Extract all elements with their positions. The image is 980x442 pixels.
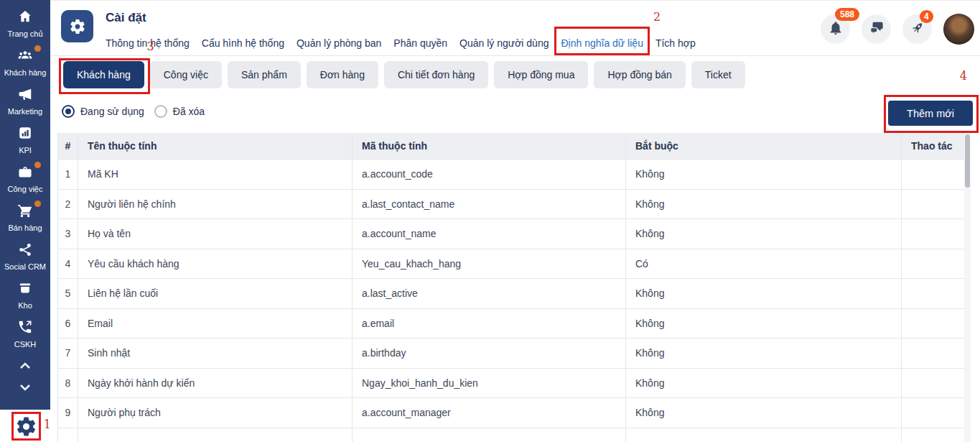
inventory-icon (17, 280, 33, 299)
subtab-khach-hang[interactable]: Khách hàng 3 (63, 61, 144, 88)
subtab-cong-viec[interactable]: Công việc (150, 61, 222, 88)
cell-code: Ngay_khoi_hanh_du_kien (353, 369, 626, 398)
add-new-button[interactable]: Thêm mới (888, 101, 973, 126)
settings-gear-button[interactable]: 1 (15, 415, 37, 438)
updates-button[interactable]: 4 (902, 14, 932, 44)
messages-button[interactable] (862, 14, 891, 44)
table-row[interactable]: 7 Sinh nhật a.birthday Không (58, 339, 964, 369)
table-row[interactable]: 9 Người phụ trách a.account_manager Khôn… (58, 398, 964, 428)
cell-code: a.email (353, 309, 626, 339)
sidebar-item-customer-care[interactable]: CSKH (0, 319, 50, 349)
subtab-san-pham[interactable]: Sản phẩm (228, 61, 301, 88)
cell-code: a.account_name (353, 219, 626, 249)
entity-subtabs: Khách hàng 3 Công việc Sản phẩm Đơn hàng… (63, 61, 745, 88)
table-row[interactable]: 2 Người liên hệ chính a.last_contact_nam… (58, 190, 964, 220)
col-header-required: Bắt buộc (626, 133, 902, 159)
cell-required: Không (626, 339, 902, 368)
cell-required: Không (626, 369, 902, 398)
sidebar-item-marketing[interactable]: Marketing (0, 86, 50, 116)
page-header: Cài đặt Thông tin hệ thống Cấu hình hệ t… (50, 0, 980, 56)
sidebar: Trang chủ Khách hàng Marketing (0, 0, 50, 410)
sidebar-item-label: KPI (19, 146, 32, 155)
cell-name: Người phụ trách (78, 398, 353, 428)
chat-icon (869, 20, 885, 39)
sidebar-item-sales[interactable]: Bán hàng (0, 203, 50, 232)
sidebar-item-home[interactable]: Trang chủ (0, 9, 50, 38)
tab-quan-ly-phong-ban[interactable]: Quản lý phòng ban (297, 37, 381, 55)
attributes-table-wrap: # Tên thuộc tính Mã thuộc tính Bắt buộc … (57, 133, 971, 442)
cell-required: Không (626, 309, 902, 339)
col-header-actions: Thao tác (902, 133, 964, 159)
table-header-row: # Tên thuộc tính Mã thuộc tính Bắt buộc … (58, 133, 964, 160)
sidebar-item-tasks[interactable]: Công việc (0, 164, 50, 193)
briefcase-icon (17, 164, 33, 183)
table-scrollbar[interactable] (964, 133, 971, 442)
tab-phan-quyen[interactable]: Phân quyền (393, 37, 447, 55)
annotation-label-2: 2 (653, 10, 661, 24)
sidebar-item-warehouse[interactable]: Kho (0, 280, 50, 310)
bell-icon (828, 20, 844, 39)
cell-code: a.account_manager (353, 398, 626, 428)
table-row[interactable]: 1 Mã KH a.account_code Không (58, 160, 964, 190)
cell-required: Không (626, 279, 902, 308)
radio-dang-su-dung[interactable]: Đang sử dụng (62, 105, 144, 118)
tab-tich-hop[interactable]: Tích hợp (655, 37, 696, 55)
cell-actions (902, 190, 964, 219)
sidebar-scroll-controls (19, 359, 31, 394)
settings-tabs: Thông tin hệ thống Cấu hình hệ thống Quả… (106, 37, 696, 55)
subtab-hop-dong-ban[interactable]: Hợp đồng bán (594, 61, 685, 88)
notification-dot (34, 45, 41, 52)
subtab-hop-dong-mua[interactable]: Hợp đồng mua (494, 61, 588, 88)
sidebar-item-label: CSKH (14, 340, 37, 349)
cell-num: 6 (58, 309, 78, 339)
cell-num: 8 (58, 369, 78, 398)
sidebar-item-kpi[interactable]: KPI (0, 125, 50, 155)
cell-name: Họ và tên (78, 219, 353, 249)
user-avatar[interactable] (943, 14, 974, 45)
cart-icon (17, 203, 33, 221)
rocket-icon (910, 20, 925, 39)
scrollbar-thumb[interactable] (965, 134, 970, 188)
sidebar-item-social-crm[interactable]: Social CRM (0, 241, 50, 271)
table-row[interactable]: 3 Họ và tên a.account_name Không (58, 219, 964, 249)
table-row[interactable]: 6 Email a.email Không (58, 309, 964, 339)
table-row-partial (58, 428, 964, 442)
sidebar-item-customers[interactable]: Khách hàng (0, 47, 50, 77)
cell-required: Có (626, 249, 902, 279)
app-window: Trang chủ Khách hàng Marketing (0, 0, 980, 442)
table-row[interactable]: 8 Ngày khởi hành dự kiến Ngay_khoi_hanh_… (58, 369, 964, 399)
subtab-don-hang[interactable]: Đơn hàng (307, 61, 378, 88)
table-row[interactable]: 4 Yêu cầu khách hàng Yeu_cau_khach_hang … (58, 249, 964, 280)
subtab-chi-tiet-don-hang[interactable]: Chi tiết đơn hàng (384, 61, 488, 88)
cell-name: Sinh nhật (78, 339, 353, 368)
subtab-ticket[interactable]: Ticket (691, 61, 745, 88)
scroll-up-button[interactable] (19, 359, 31, 372)
megaphone-icon (17, 86, 33, 105)
cell-actions (902, 339, 964, 368)
tab-label: Định nghĩa dữ liệu (561, 37, 643, 49)
notifications-button[interactable]: 588 (821, 14, 850, 44)
cell-required: Không (626, 160, 902, 189)
cell-actions (902, 398, 964, 428)
sidebar-item-label: Social CRM (4, 262, 46, 271)
sidebar-item-label: Kho (18, 301, 32, 310)
tab-quan-ly-nguoi-dung[interactable]: Quản lý người dùng (459, 37, 549, 55)
tab-dinh-nghia-du-lieu[interactable]: Định nghĩa dữ liệu 2 (561, 37, 643, 55)
table-row[interactable]: 5 Liên hệ lần cuối a.last_active Không (58, 279, 964, 309)
cell-actions (902, 160, 964, 189)
cell-name: Yêu cầu khách hàng (78, 249, 353, 279)
cell-actions (902, 219, 964, 249)
cell-required: Không (626, 219, 902, 249)
radio-da-xoa[interactable]: Đã xóa (154, 105, 205, 118)
cell-required: Không (626, 398, 902, 428)
tab-cau-hinh-he-thong[interactable]: Cấu hình hệ thống (202, 37, 284, 55)
share-icon (17, 241, 33, 260)
cell-num: 5 (58, 279, 78, 308)
cell-num: 1 (58, 160, 78, 189)
notification-dot (34, 201, 41, 207)
scroll-down-button[interactable] (19, 381, 31, 394)
cell-num: 4 (58, 249, 78, 279)
add-new-wrap: Thêm mới 4 (888, 101, 973, 126)
col-header-code: Mã thuộc tính (353, 133, 626, 159)
tab-thong-tin-he-thong[interactable]: Thông tin hệ thống (106, 37, 190, 55)
